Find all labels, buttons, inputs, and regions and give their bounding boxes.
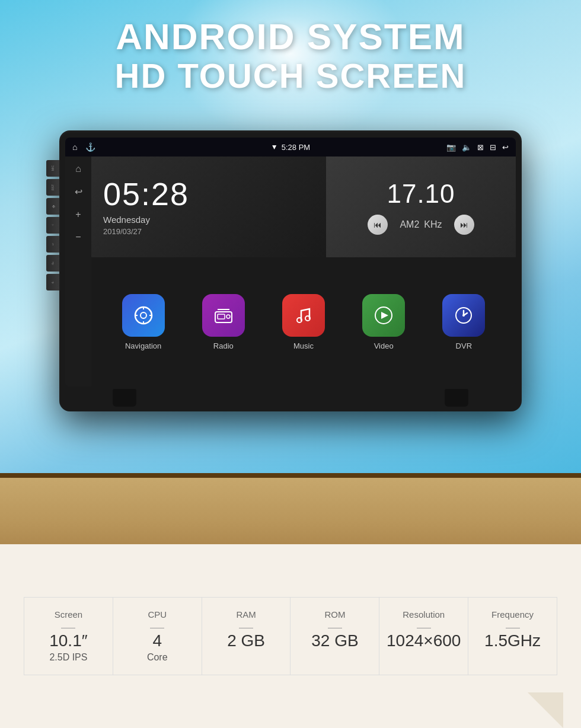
radio-controls: ⏮ AM2 KHz ⏭ (368, 215, 474, 235)
home-side-button[interactable]: ⌂ (46, 217, 59, 234)
next-track-button[interactable]: ⏭ (454, 215, 474, 235)
video-label: Video (374, 341, 394, 350)
mounting-brackets (65, 389, 516, 407)
spec-rom: ROM 32 GB (290, 597, 379, 676)
spec-cpu-label: CPU (148, 609, 167, 620)
clock-date: 2019/03/27 (103, 227, 314, 236)
camera-icon[interactable]: 📷 (446, 143, 456, 152)
status-time: 5:28 PM (282, 143, 310, 152)
mic-label: MIC (46, 160, 59, 177)
prev-track-button[interactable]: ⏮ (368, 215, 388, 235)
status-left: ⌂ ⚓ (72, 142, 95, 152)
app-radio[interactable]: Radio (202, 294, 245, 350)
main-content: ⌂ ↩ + − 05:28 Wednesday (65, 157, 516, 387)
volume-icon[interactable]: 🔈 (462, 143, 471, 152)
spec-ram: RAM 2 GB (202, 597, 291, 676)
rst-button[interactable]: RST (46, 179, 59, 196)
spec-frequency-value: 1.5GHz (484, 632, 541, 650)
radio-band-unit: KHz (424, 219, 442, 230)
left-nav: ⌂ ↩ + − (65, 157, 91, 387)
device-bezel: MIC RST ⏻ ⌂ ↩ 4+ 4- ⌂ ⚓ ▼ 5:28 PM (59, 130, 522, 411)
clock-day: Wednesday (103, 215, 314, 225)
title-line2: HD TOUCH SCREEN (0, 57, 581, 95)
car-unit: MIC RST ⏻ ⌂ ↩ 4+ 4- ⌂ ⚓ ▼ 5:28 PM (59, 130, 522, 411)
spec-divider (61, 628, 75, 628)
status-center: ▼ 5:28 PM (271, 143, 310, 152)
spec-frequency: Frequency 1.5GHz (468, 597, 557, 676)
wifi-icon: ▼ (271, 143, 278, 151)
spec-ram-value: 2 GB (227, 632, 265, 650)
back-icon[interactable]: ↩ (502, 143, 509, 152)
clock-section: 05:28 Wednesday 2019/03/27 (91, 157, 326, 257)
nav-back-icon[interactable]: ↩ (72, 184, 85, 200)
spec-resolution-value: 1024×600 (387, 632, 461, 650)
spec-resolution: Resolution 1024×600 (379, 597, 468, 676)
spec-rom-value: 32 GB (311, 632, 358, 650)
radio-band-info: AM2 KHz (400, 219, 442, 230)
spec-divider-rom (328, 628, 342, 628)
media-section: 17.10 ⏮ AM2 KHz ⏭ (326, 157, 516, 257)
bracket-left (113, 389, 136, 407)
dvr-icon (442, 294, 485, 337)
radio-frequency: 17.10 (387, 179, 455, 209)
status-bar: ⌂ ⚓ ▼ 5:28 PM 📷 🔈 ⊠ ⊟ ↩ (65, 138, 516, 157)
app-music[interactable]: Music (282, 294, 325, 350)
home-icon[interactable]: ⌂ (72, 142, 77, 152)
center-display: 05:28 Wednesday 2019/03/27 17.10 ⏮ (91, 157, 516, 387)
dvr-label: DVR (456, 341, 472, 350)
apps-row: Navigation (91, 257, 516, 387)
nav-voldn-icon[interactable]: − (73, 229, 83, 245)
spec-rom-label: ROM (324, 609, 345, 620)
hero-title: ANDROID SYSTEM HD TOUCH SCREEN (0, 17, 581, 95)
spec-screen-label: Screen (55, 609, 83, 620)
pip-icon[interactable]: ⊟ (490, 143, 496, 152)
main-screen: ⌂ ⚓ ▼ 5:28 PM 📷 🔈 ⊠ ⊟ ↩ (65, 138, 516, 387)
spec-ram-label: RAM (236, 609, 256, 620)
app-navigation[interactable]: Navigation (122, 294, 165, 350)
music-icon (282, 294, 325, 337)
nav-home-icon[interactable]: ⌂ (73, 161, 84, 177)
spec-screen: Screen 10.1″ 2.5D IPS (24, 597, 113, 676)
status-right: 📷 🔈 ⊠ ⊟ ↩ (446, 143, 509, 152)
svg-point-8 (226, 315, 230, 318)
radio-band-name: AM2 (400, 219, 419, 230)
app-video[interactable]: Video (362, 294, 405, 350)
spec-divider-ram (239, 628, 253, 628)
nav-volup-icon[interactable]: + (73, 207, 83, 222)
vol-down-button[interactable]: 4- (46, 274, 59, 290)
clock-time: 05:28 (103, 178, 314, 210)
svg-point-0 (135, 307, 152, 324)
spec-divider-freq (506, 628, 520, 628)
bracket-right (445, 389, 468, 407)
power-button[interactable]: ⏻ (46, 198, 59, 215)
video-icon (362, 294, 405, 337)
clock-media-row: 05:28 Wednesday 2019/03/27 17.10 ⏮ (91, 157, 516, 257)
svg-rect-7 (218, 314, 225, 319)
spec-frequency-label: Frequency (491, 609, 534, 620)
specs-section: Screen 10.1″ 2.5D IPS CPU 4 Core RAM 2 G… (0, 544, 581, 728)
navigation-icon (122, 294, 165, 337)
radio-icon (202, 294, 245, 337)
app-dvr[interactable]: DVR (442, 294, 485, 350)
svg-point-15 (462, 314, 465, 317)
specs-grid: Screen 10.1″ 2.5D IPS CPU 4 Core RAM 2 G… (24, 597, 557, 676)
vol-up-button[interactable]: 4+ (46, 255, 59, 272)
spec-cpu-value: 4 (152, 632, 162, 650)
svg-marker-13 (381, 312, 388, 319)
spec-divider-cpu (150, 628, 164, 628)
title-line1: ANDROID SYSTEM (0, 17, 581, 57)
screen-record-icon[interactable]: ⊠ (477, 143, 484, 152)
music-label: Music (293, 341, 314, 350)
spec-cpu-sub: Core (147, 652, 168, 663)
spec-cpu: CPU 4 Core (113, 597, 202, 676)
radio-label: Radio (213, 341, 234, 350)
back-side-button[interactable]: ↩ (46, 236, 59, 253)
spec-resolution-label: Resolution (403, 609, 445, 620)
navigation-label: Navigation (125, 341, 161, 350)
spec-divider-res (417, 628, 431, 628)
spec-screen-value: 10.1″ (49, 632, 87, 650)
side-buttons: MIC RST ⏻ ⌂ ↩ 4+ 4- (46, 160, 59, 290)
svg-point-1 (141, 312, 146, 318)
usb-icon: ⚓ (85, 142, 95, 152)
spec-screen-sub: 2.5D IPS (49, 652, 87, 663)
